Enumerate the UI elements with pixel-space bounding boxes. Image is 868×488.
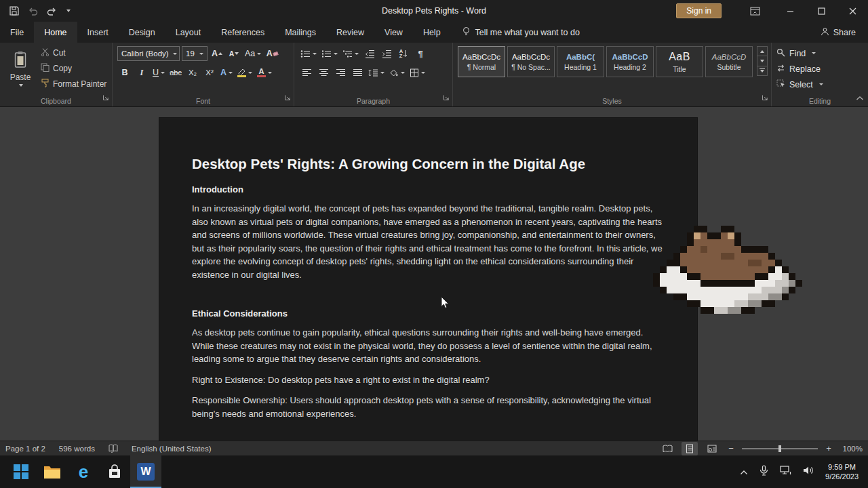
redo-icon[interactable] [47, 7, 57, 16]
shading-button[interactable] [388, 65, 406, 80]
styles-dialog-launcher-icon[interactable] [762, 92, 768, 104]
font-size-select[interactable]: 19 [182, 46, 208, 61]
edge-browser-button[interactable]: e [68, 455, 99, 488]
tab-view[interactable]: View [374, 22, 413, 43]
cut-button[interactable]: Cut [41, 46, 106, 60]
text-effects-button[interactable]: A [219, 65, 234, 80]
bullets-button[interactable] [299, 46, 318, 61]
justify-button[interactable] [350, 65, 365, 80]
clipboard-icon [14, 51, 27, 70]
show-hidden-icons-chevron[interactable] [740, 466, 748, 478]
style-title[interactable]: AaB Title [656, 46, 703, 77]
format-painter-button[interactable]: Format Painter [41, 77, 106, 91]
replace-button[interactable]: Replace [776, 62, 863, 76]
tab-layout[interactable]: Layout [165, 22, 212, 43]
line-spacing-icon [368, 68, 378, 77]
network-icon[interactable] [780, 466, 791, 478]
styles-scroll-up-button[interactable] [757, 46, 768, 56]
zoom-in-button[interactable]: + [824, 443, 833, 453]
start-button[interactable] [5, 455, 37, 488]
copy-button[interactable]: Copy [41, 62, 106, 75]
numbering-button[interactable] [320, 46, 339, 61]
print-layout-button[interactable] [682, 442, 698, 455]
align-center-button[interactable] [316, 65, 331, 80]
font-color-button[interactable]: A [256, 65, 273, 80]
align-right-button[interactable] [333, 65, 348, 80]
increase-indent-button[interactable] [379, 46, 394, 61]
clear-formatting-button[interactable]: A [264, 46, 279, 61]
microsoft-store-button[interactable] [99, 455, 130, 488]
zoom-out-button[interactable]: − [726, 443, 736, 453]
tab-review[interactable]: Review [326, 22, 374, 43]
language-indicator[interactable]: English (United States) [132, 445, 212, 453]
change-case-button[interactable]: Aa [243, 46, 262, 61]
microphone-icon[interactable] [760, 465, 768, 479]
grow-font-button[interactable]: A [210, 46, 224, 61]
tab-insert[interactable]: Insert [77, 22, 119, 43]
strikethrough-button[interactable]: abc [168, 65, 183, 80]
volume-icon[interactable] [803, 466, 814, 478]
undo-icon[interactable] [28, 7, 38, 16]
read-mode-button[interactable] [659, 442, 675, 455]
word-taskbar-button[interactable]: W [130, 455, 161, 488]
sign-in-button[interactable]: Sign in [676, 3, 722, 18]
style-normal[interactable]: AaBbCcDc ¶ Normal [458, 46, 505, 77]
tab-help[interactable]: Help [413, 22, 451, 43]
maximize-button[interactable] [806, 0, 837, 22]
taskbar-clock[interactable]: 9:59 PM 9/26/2023 [825, 462, 859, 481]
share-button[interactable]: Share [808, 22, 868, 43]
multilevel-list-button[interactable] [341, 46, 360, 61]
tab-design[interactable]: Design [119, 22, 165, 43]
line-spacing-button[interactable] [367, 65, 386, 80]
tell-me-box[interactable]: Tell me what you want to do [462, 22, 580, 43]
style-heading-1[interactable]: AaBbC( Heading 1 [557, 46, 604, 77]
borders-button[interactable] [408, 65, 427, 80]
select-button[interactable]: Select [776, 77, 863, 92]
font-family-select[interactable]: Calibri (Body) [117, 46, 180, 61]
font-dialog-launcher-icon[interactable] [284, 92, 291, 104]
decrease-indent-button[interactable] [362, 46, 377, 61]
italic-button[interactable]: I [134, 65, 149, 80]
styles-gallery: AaBbCcDc ¶ Normal AaBbCcDc ¶ No Spac... … [458, 46, 753, 77]
highlight-color-button[interactable] [236, 65, 254, 80]
document-page[interactable]: Desktop Pets' Rights: A Growing Concern … [159, 118, 697, 441]
find-button[interactable]: Find [776, 46, 863, 60]
file-explorer-button[interactable] [37, 455, 68, 488]
tab-references[interactable]: References [211, 22, 275, 43]
sort-button[interactable]: AZ [396, 46, 411, 61]
quick-access-toolbar [0, 6, 71, 16]
superscript-button[interactable]: X² [202, 65, 217, 80]
word-count[interactable]: 596 words [59, 445, 95, 453]
styles-scroll-down-button[interactable] [757, 56, 768, 66]
word-app-icon: W [137, 463, 155, 481]
style-subtitle[interactable]: AaBbCcD Subtitle [705, 46, 753, 77]
bold-button[interactable]: B [117, 65, 132, 80]
tab-mailings[interactable]: Mailings [275, 22, 326, 43]
zoom-slider[interactable] [742, 448, 818, 449]
minimize-button[interactable] [774, 0, 806, 22]
style-no-spacing[interactable]: AaBbCcDc ¶ No Spac... [507, 46, 555, 77]
align-left-button[interactable] [299, 65, 314, 80]
styles-gallery-expand-button[interactable] [757, 66, 768, 76]
style-heading-2[interactable]: AaBbCcD Heading 2 [606, 46, 654, 77]
proofing-icon[interactable] [108, 444, 118, 453]
zoom-slider-knob[interactable] [778, 445, 781, 452]
zoom-level[interactable]: 100% [840, 445, 863, 453]
close-button[interactable] [837, 0, 868, 22]
tab-file[interactable]: File [0, 22, 34, 43]
show-hide-marks-button[interactable]: ¶ [413, 46, 428, 61]
paragraph-dialog-launcher-icon[interactable] [443, 92, 450, 104]
collapse-ribbon-icon[interactable] [856, 92, 864, 104]
ribbon-display-options-icon[interactable] [739, 0, 770, 22]
tab-home[interactable]: Home [34, 22, 77, 43]
underline-button[interactable]: U [151, 65, 166, 80]
subscript-button[interactable]: X₂ [185, 65, 200, 80]
customize-qat-icon[interactable] [66, 9, 71, 12]
paste-button[interactable]: Paste [5, 46, 36, 91]
web-layout-button[interactable] [704, 442, 720, 455]
save-icon[interactable] [9, 6, 19, 16]
clipboard-dialog-launcher-icon[interactable] [102, 92, 109, 104]
desktop-pet-sleeping-cat[interactable] [653, 226, 816, 314]
shrink-font-button[interactable]: A [226, 46, 241, 61]
page-indicator[interactable]: Page 1 of 2 [5, 445, 45, 453]
